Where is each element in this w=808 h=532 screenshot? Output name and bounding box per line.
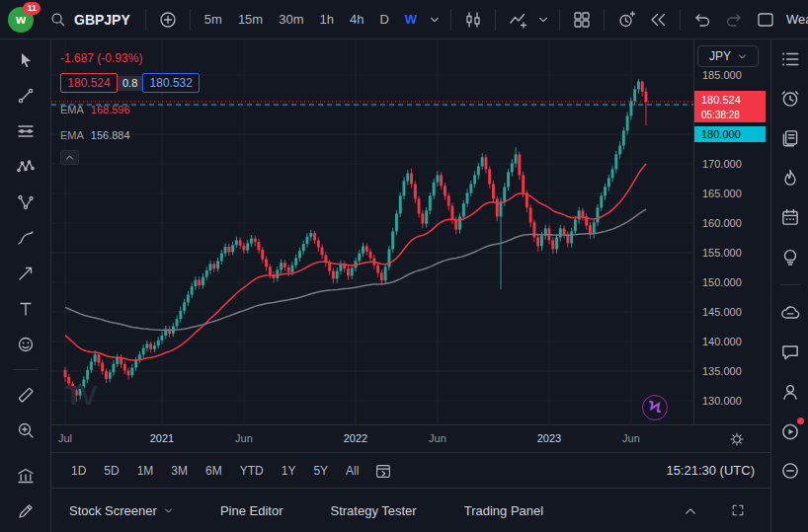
- ema-slow-legend: EMA 156.884: [60, 129, 130, 141]
- interval-15m[interactable]: 15m: [231, 6, 270, 34]
- range-1m[interactable]: 1M: [129, 459, 162, 483]
- more-button[interactable]: [776, 459, 804, 483]
- time-axis-label: 2022: [344, 432, 367, 444]
- minds-button[interactable]: [776, 301, 804, 325]
- interval-4h[interactable]: 4h: [343, 6, 370, 34]
- chat-button[interactable]: [776, 341, 804, 364]
- lightbulb-icon: [779, 246, 801, 267]
- range-all[interactable]: All: [338, 459, 366, 483]
- chart-style-button[interactable]: [458, 6, 488, 34]
- tab-label: Strategy Tester: [330, 503, 416, 518]
- ema-slow-value: 156.884: [91, 129, 130, 141]
- compare-add-button[interactable]: [153, 6, 183, 34]
- streams-button[interactable]: [776, 419, 804, 443]
- collapse-indicators-button[interactable]: [60, 150, 79, 165]
- ideas-button[interactable]: [776, 245, 804, 268]
- tool-cursor-button[interactable]: [11, 49, 40, 71]
- interval-1h[interactable]: 1h: [312, 6, 340, 34]
- range-ytd[interactable]: YTD: [232, 459, 272, 483]
- clock-utc[interactable]: 15:21:30 (UTC): [666, 463, 759, 478]
- sell-button[interactable]: 180.524: [60, 73, 118, 93]
- tool-xabcd-button[interactable]: [11, 156, 40, 178]
- drawing-toolbar-bottom: [11, 465, 40, 522]
- time-axis-label: Jun: [622, 432, 640, 444]
- currency-toggle-button[interactable]: JPY: [697, 45, 759, 67]
- watchlist-button[interactable]: [776, 47, 804, 71]
- price-axis-label: 140.000: [702, 336, 742, 347]
- undo-button[interactable]: [687, 6, 717, 34]
- tab-stock-screener[interactable]: Stock Screener: [69, 503, 173, 518]
- interval-5m[interactable]: 5m: [198, 6, 229, 34]
- range-1d[interactable]: 1D: [63, 459, 94, 483]
- range-5y[interactable]: 5Y: [305, 459, 336, 483]
- live-dot: [797, 418, 804, 424]
- tab-pine-editor[interactable]: Pine Editor: [220, 503, 283, 518]
- toolbar-divider: [145, 9, 146, 31]
- arrow-marker-icon: [16, 264, 36, 283]
- time-axis-label: Jun: [429, 432, 446, 444]
- ema-fast-label: EMA: [60, 104, 84, 115]
- tab-trading-panel[interactable]: Trading Panel: [464, 503, 543, 518]
- redo-button[interactable]: [719, 6, 749, 34]
- symbol-name: GBPJPY: [74, 12, 130, 28]
- tab-strategy-tester[interactable]: Strategy Tester: [330, 503, 416, 518]
- chart-settings-button[interactable]: [725, 429, 749, 449]
- tradingview-watermark: TV: [65, 381, 96, 412]
- price-axis-label: 135.000: [702, 365, 742, 377]
- range-3m[interactable]: 3M: [163, 459, 196, 483]
- hotlists-button[interactable]: [776, 166, 804, 190]
- tool-text-button[interactable]: [11, 298, 40, 320]
- indicators-menu-button[interactable]: [534, 6, 552, 34]
- range-6m[interactable]: 6M: [198, 459, 230, 483]
- time-axis[interactable]: Jul2021Jun2022Jun2023Jun: [51, 424, 770, 453]
- tab-label: Trading Panel: [464, 503, 543, 518]
- replay-button[interactable]: [643, 6, 673, 34]
- create-alert-button[interactable]: [611, 6, 641, 34]
- calendar-button[interactable]: [776, 205, 804, 229]
- currency-label: JPY: [709, 49, 731, 63]
- time-axis-labels: Jul2021Jun2022Jun2023Jun: [51, 425, 693, 453]
- chart-area: -1.687 (-0.93%) 180.524 0.8 180.532 EMA …: [51, 39, 770, 532]
- people-button[interactable]: [776, 380, 804, 404]
- price-axis-label: 165.000: [702, 188, 742, 199]
- interval-1d[interactable]: D: [372, 6, 395, 34]
- layout-name-button[interactable]: Wea: [786, 12, 808, 27]
- time-axis-label: 2023: [537, 432, 561, 444]
- symbol-search-button[interactable]: GBPJPY: [41, 6, 138, 34]
- cloud-chat-icon: [779, 302, 801, 324]
- tool-trendline-button[interactable]: [11, 85, 40, 107]
- tool-brush-button[interactable]: [11, 227, 40, 249]
- maximize-panel-button[interactable]: [723, 496, 753, 524]
- tool-ruler-button[interactable]: [11, 384, 40, 406]
- interval-30m[interactable]: 30m: [272, 6, 310, 34]
- chart-pane[interactable]: -1.687 (-0.93%) 180.524 0.8 180.532 EMA …: [51, 39, 693, 424]
- tool-forecast-button[interactable]: [11, 191, 40, 213]
- last-price-badge: 180.524: [694, 91, 766, 108]
- quick-trade-button[interactable]: Ϟ: [642, 395, 668, 420]
- goto-date-button[interactable]: [368, 457, 398, 485]
- tool-fib-button[interactable]: [11, 120, 40, 142]
- indicators-button[interactable]: [503, 6, 532, 34]
- news-button[interactable]: [776, 126, 804, 150]
- tool-arrow-button[interactable]: [11, 263, 40, 284]
- fullscreen-button[interactable]: [751, 6, 780, 34]
- instant-trade-panel: 180.524 0.8 180.532: [60, 73, 200, 93]
- alerts-button[interactable]: [776, 87, 804, 111]
- zoom-in-icon: [16, 420, 36, 440]
- tool-pencil-button[interactable]: [11, 500, 40, 522]
- tool-columns-button[interactable]: [11, 465, 40, 487]
- tool-zoom-button[interactable]: [11, 419, 40, 441]
- interval-1w[interactable]: W: [398, 6, 424, 34]
- intervals-menu-button[interactable]: [426, 6, 444, 34]
- columns-building-icon: [16, 466, 36, 486]
- gear-icon: [729, 431, 745, 447]
- tool-emoji-button[interactable]: [11, 334, 40, 355]
- price-axis-label: 130.000: [702, 395, 742, 407]
- range-5d[interactable]: 5D: [96, 459, 126, 483]
- range-1y[interactable]: 1Y: [274, 459, 304, 483]
- expand-panel-button[interactable]: [676, 496, 705, 524]
- layout-grid-button[interactable]: [567, 6, 597, 34]
- buy-button[interactable]: 180.532: [142, 73, 200, 93]
- price-axis[interactable]: 185.000180.000175.000170.000165.000160.0…: [693, 39, 771, 424]
- logo-avatar[interactable]: w 11: [8, 7, 34, 33]
